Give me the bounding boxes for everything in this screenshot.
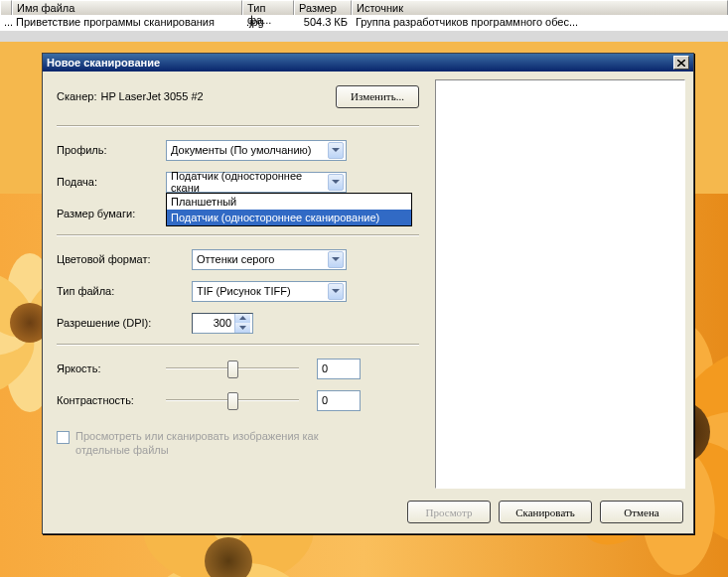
col-filetype[interactable]: Тип фа... [242,0,294,15]
paper-label: Размер бумаги: [57,208,166,219]
table-row[interactable]: ... Приветствие программы сканирования .… [0,15,728,31]
cell-filename: Приветствие программы сканирования [12,15,242,31]
cell-filetype: .jpg [242,15,294,31]
feed-value: Податчик (одностороннее скани [171,170,328,194]
change-scanner-button[interactable]: Изменить... [336,85,419,108]
col-filename[interactable]: Имя файла [12,0,242,15]
color-select[interactable]: Оттенки серого [192,249,347,270]
close-icon [677,60,685,67]
chevron-down-icon [328,251,344,268]
profile-value: Документы (По умолчанию) [171,144,311,156]
col-source[interactable]: Источник [352,0,728,15]
chevron-down-icon [328,283,344,300]
separator [57,125,419,127]
scanner-value: HP LaserJet 3055 #2 [100,90,203,102]
contrast-slider[interactable] [166,389,299,411]
filetype-value: TIF (Рисунок TIFF) [197,285,291,297]
profile-label: Профиль: [57,144,166,156]
col-size[interactable]: Размер [294,0,352,15]
scan-button[interactable]: Сканировать [499,501,592,523]
feed-option-feeder[interactable]: Податчик (одностороннее сканирование) [167,210,411,225]
cell-source: Группа разработчиков программного обес..… [352,15,728,31]
cancel-button[interactable]: Отмена [600,501,683,523]
spin-up-icon[interactable] [234,314,250,324]
file-list-header: Имя файла Тип фа... Размер Источник ... … [0,0,728,42]
row-handle: ... [0,15,12,31]
dpi-input[interactable] [193,314,234,333]
contrast-input[interactable] [318,394,360,406]
dpi-label: Разрешение (DPI): [57,317,192,329]
preview-button[interactable]: Просмотр [407,501,491,523]
feed-dropdown: Планшетный Податчик (одностороннее скани… [166,193,412,226]
color-value: Оттенки серого [197,253,274,265]
brightness-input[interactable] [318,362,360,374]
profile-select[interactable]: Документы (По умолчанию) [166,140,347,161]
filetype-select[interactable]: TIF (Рисунок TIFF) [192,281,347,302]
chevron-down-icon [328,142,344,159]
brightness-slider[interactable] [166,358,299,379]
separate-files-checkbox [57,431,70,444]
close-button[interactable] [673,56,689,70]
dialog-title: Новое сканирование [47,57,160,69]
feed-label: Подача: [57,176,166,188]
col-spacer[interactable] [0,0,12,15]
feed-select[interactable]: Податчик (одностороннее скани [166,172,347,193]
brightness-label: Яркость: [57,362,166,374]
scan-dialog: Новое сканирование Сканер: HP LaserJet 3… [42,53,694,534]
cell-size: 504.3 КБ [294,15,352,31]
color-label: Цветовой формат: [57,253,192,265]
separator [57,234,419,236]
feed-option-flatbed[interactable]: Планшетный [167,194,411,210]
contrast-label: Контрастность: [57,394,166,406]
titlebar[interactable]: Новое сканирование [43,54,693,72]
chevron-down-icon [328,174,344,191]
preview-pane [435,79,685,489]
separator [57,344,419,346]
scanner-label: Сканер: [57,90,96,102]
spin-down-icon[interactable] [234,323,250,333]
filetype-label: Тип файла: [57,285,192,297]
separate-files-label: Просмотреть или сканировать изображения … [75,429,334,457]
dpi-spinner[interactable] [192,313,253,334]
